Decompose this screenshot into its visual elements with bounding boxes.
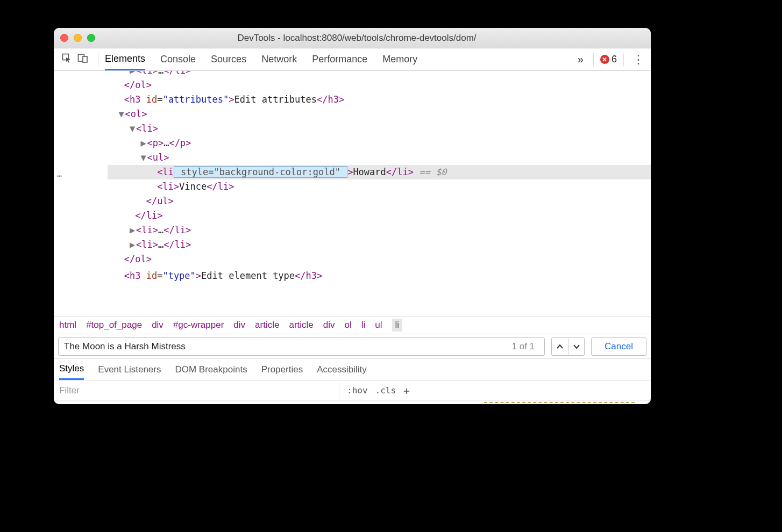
breadcrumb-item[interactable]: li [361, 320, 366, 330]
dom-node-row[interactable]: <h3 id="attributes">Edit attributes</h3> [108, 92, 651, 107]
expand-toggle-icon[interactable]: ▶ [130, 238, 136, 252]
dom-node-row[interactable]: </ol> [108, 252, 651, 267]
style-rule-outline [484, 402, 635, 403]
svg-rect-2 [83, 56, 87, 62]
expand-toggle-icon[interactable]: ▶ [130, 71, 136, 78]
toolbar-separator [623, 53, 624, 67]
expand-toggle-icon[interactable]: ▼ [118, 107, 125, 121]
devtools-window: DevTools - localhost:8080/web/tools/chro… [54, 28, 651, 404]
search-prev-button[interactable] [552, 338, 568, 355]
main-toolbar: ElementsConsoleSourcesNetworkPerformance… [54, 48, 651, 71]
subtab-accessibility[interactable]: Accessibility [317, 359, 367, 380]
main-tabs: ElementsConsoleSourcesNetworkPerformance… [105, 48, 578, 70]
expand-toggle-icon[interactable]: ▶ [130, 223, 136, 238]
styles-filter-bar: :hov .cls + [54, 380, 651, 401]
attribute-edit-field[interactable]: style="background-color:gold" [174, 166, 347, 178]
hov-toggle-button[interactable]: :hov [347, 385, 368, 396]
dom-node-row[interactable]: </ul> [108, 194, 651, 209]
breadcrumb-item[interactable]: li [392, 319, 403, 332]
window-title: DevTools - localhost:8080/web/tools/chro… [69, 33, 644, 44]
main-tab-elements[interactable]: Elements [105, 48, 145, 70]
dom-node-row[interactable]: ▼<ul> [108, 150, 651, 165]
dom-node-row[interactable]: ▶<li>…</li> [108, 238, 651, 252]
device-toggle-icon[interactable] [77, 53, 88, 66]
search-count: 1 of 1 [512, 341, 535, 352]
close-window-button[interactable] [60, 34, 68, 42]
inspect-icon[interactable] [61, 53, 72, 66]
search-input[interactable]: The Moon is a Harsh Mistress [64, 341, 512, 352]
error-count-badge[interactable]: ✕ 6 [600, 54, 617, 65]
collapsed-gutter-ellipsis: … [57, 167, 62, 182]
search-input-container: The Moon is a Harsh Mistress 1 of 1 [58, 337, 545, 356]
dom-node-row[interactable]: <li>Vince</li> [108, 179, 651, 194]
breadcrumb-item[interactable]: div [233, 320, 245, 330]
main-tab-performance[interactable]: Performance [312, 48, 367, 70]
expand-toggle-icon[interactable]: ▼ [130, 121, 136, 136]
add-rule-button[interactable]: + [403, 384, 410, 397]
elements-search-bar: The Moon is a Harsh Mistress 1 of 1 Canc… [54, 334, 651, 359]
breadcrumb-item[interactable]: div [152, 320, 163, 330]
cls-toggle-button[interactable]: .cls [375, 385, 396, 396]
toolbar-separator [98, 53, 98, 67]
dom-node-row[interactable]: <li style="background-color:gold" >Howar… [108, 165, 651, 179]
breadcrumb-item[interactable]: #top_of_page [86, 320, 142, 330]
breadcrumb-item[interactable]: article [289, 320, 313, 330]
dom-node-row[interactable]: ▶<li>…</li> [108, 71, 651, 78]
breadcrumb-item[interactable]: div [323, 320, 335, 330]
breadcrumb-item[interactable]: ol [345, 320, 352, 330]
dom-node-row[interactable]: </ol> [108, 78, 651, 92]
dom-node-row[interactable]: </li> [108, 209, 651, 223]
expand-toggle-icon[interactable]: ▼ [140, 150, 147, 165]
dom-node-row[interactable]: ▶<li>…</li> [108, 223, 651, 238]
subtab-event-listeners[interactable]: Event Listeners [98, 359, 161, 380]
window-titlebar: DevTools - localhost:8080/web/tools/chro… [54, 28, 651, 48]
dom-node-row[interactable]: ▼<li> [108, 121, 651, 136]
elements-dom-tree[interactable]: … ▶<li>…</li> </ol> <h3 id="attributes">… [54, 71, 651, 316]
error-icon: ✕ [600, 55, 609, 64]
dom-node-row[interactable]: ▼<ol> [108, 107, 651, 121]
expand-toggle-icon[interactable]: ▶ [140, 136, 147, 150]
subtab-dom-breakpoints[interactable]: DOM Breakpoints [175, 359, 247, 380]
main-tab-console[interactable]: Console [160, 48, 196, 70]
kebab-menu-icon[interactable]: ⋮ [630, 53, 646, 67]
breadcrumb-item[interactable]: article [255, 320, 279, 330]
tabs-overflow-button[interactable]: » [578, 53, 584, 66]
main-tab-network[interactable]: Network [261, 48, 297, 70]
dom-node-row[interactable]: ▶<p>…</p> [108, 136, 651, 150]
search-next-button[interactable] [568, 338, 584, 355]
search-nav-arrows [551, 337, 585, 356]
dom-node-row[interactable]: <h3 id="type">Edit element type</h3> [108, 269, 651, 283]
main-tab-memory[interactable]: Memory [382, 48, 417, 70]
styles-subtabs: StylesEvent ListenersDOM BreakpointsProp… [54, 359, 651, 380]
styles-content-strip [54, 401, 651, 404]
breadcrumb-item[interactable]: html [59, 320, 76, 330]
error-count: 6 [612, 54, 617, 65]
subtab-properties[interactable]: Properties [261, 359, 303, 380]
breadcrumb-item[interactable]: ul [375, 320, 382, 330]
breadcrumb-item[interactable]: #gc-wrapper [173, 320, 224, 330]
toolbar-separator [593, 53, 594, 67]
styles-filter-input[interactable] [54, 385, 339, 396]
search-cancel-button[interactable]: Cancel [591, 337, 646, 356]
main-tab-sources[interactable]: Sources [211, 48, 246, 70]
subtab-styles[interactable]: Styles [59, 359, 84, 380]
dom-breadcrumb: html#top_of_pagediv#gc-wrapperdivarticle… [54, 316, 651, 334]
